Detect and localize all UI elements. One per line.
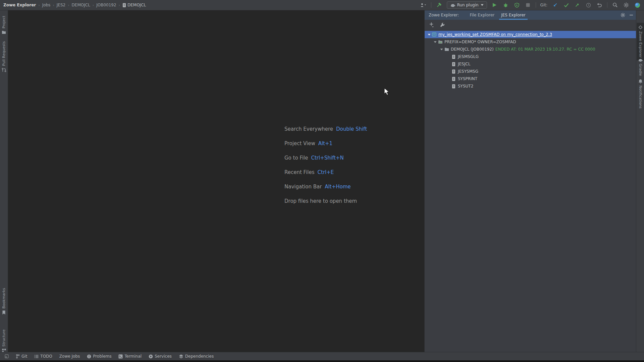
chevron-down-icon (481, 4, 484, 6)
breadcrumb-jes2[interactable]: JES2 (57, 3, 65, 7)
settings-gear-icon[interactable] (623, 2, 630, 8)
hint-label: Search Everywhere (284, 126, 333, 132)
toolbar-actions: Run plugin Git: (420, 1, 644, 9)
tree-label: my_jes_working_set ZOSMFAD on my_connect… (438, 32, 552, 37)
breadcrumb-jobs[interactable]: Jobs (42, 3, 51, 7)
run-icon[interactable] (491, 2, 498, 8)
navigation-bar: Zowe Explorer › Jobs › JES2 › DEMOJCL › … (0, 3, 146, 7)
user-dropdown-icon[interactable] (420, 2, 427, 8)
editor-shortcut-hints: Search Everywhere Double Shift Project V… (284, 122, 367, 208)
tree-label: SYSUT2 (458, 84, 473, 88)
hint-project-view: Project View Alt+1 (284, 136, 367, 150)
jes-filter-folder-icon (438, 40, 443, 44)
hide-tool-window-icon[interactable] (629, 13, 633, 17)
breadcrumb-job00192[interactable]: JOB00192 (96, 3, 116, 7)
spool-file-icon (451, 55, 456, 59)
stripe-label: Pull Requests (2, 41, 6, 66)
stripe-button-gradle[interactable]: Gradle (637, 58, 644, 76)
right-tool-stripe: Zowe Explorer Gradle Notifications (636, 10, 644, 352)
wrench-settings-icon[interactable] (440, 22, 445, 27)
toolwindow-switcher-icon[interactable] (3, 353, 10, 360)
spool-file-icon (451, 84, 456, 88)
bottombar-label: Terminal (124, 354, 142, 359)
tree-row-spool-sysprint[interactable]: SYSPRINT (425, 75, 636, 82)
rollback-icon[interactable] (596, 2, 603, 8)
git-push-icon[interactable] (574, 2, 581, 8)
hint-shortcut: Alt+1 (318, 140, 332, 146)
bottombar-label: Problems (93, 354, 111, 359)
chevron-down-icon[interactable] (439, 48, 444, 51)
tree-row-prefix-filter[interactable]: PREFIX=DEMO* OWNER=ZOSMFAD (425, 38, 636, 46)
stripe-button-structure[interactable]: Structure (0, 329, 8, 353)
tab-jes-explorer[interactable]: JES Explorer (498, 10, 529, 20)
folder-icon (444, 47, 449, 51)
git-branch-icon (16, 354, 20, 359)
breadcrumb-file[interactable]: DEMOJCL (122, 3, 146, 7)
editor-empty-area: Search Everywhere Double Shift Project V… (8, 10, 424, 352)
hint-label: Go to File (284, 155, 308, 161)
tree-row-spool-jesmsglg[interactable]: JESMSGLG (425, 53, 636, 60)
hint-label: Navigation Bar (284, 184, 322, 190)
bottombar-problems[interactable]: Problems (87, 354, 111, 359)
spool-file-icon (451, 69, 456, 74)
breadcrumb-demojcl[interactable]: DEMOJCL (72, 3, 90, 7)
stripe-button-project[interactable]: Project (0, 16, 8, 34)
bottom-tool-window-bar: Git TODO Zowe Jobs Problems Terminal Ser… (0, 352, 644, 360)
run-configuration-selector[interactable]: Run plugin (447, 1, 487, 9)
chevron-down-icon[interactable] (432, 41, 438, 43)
bottombar-git[interactable]: Git (16, 354, 27, 359)
search-icon[interactable] (612, 2, 619, 8)
breadcrumb-file-label: DEMOJCL (127, 3, 146, 7)
profile-avatar-icon[interactable] (634, 2, 641, 8)
toolbar-separator (536, 2, 536, 8)
hint-shortcut: Ctrl+E (318, 169, 334, 175)
tree-label: JESJCL (458, 62, 470, 66)
hint-label: Drop files here to open them (284, 198, 357, 204)
bottombar-terminal[interactable]: Terminal (118, 354, 142, 359)
file-icon (122, 3, 126, 7)
pull-requests-icon (2, 68, 6, 72)
gradle-icon (638, 58, 643, 62)
tree-row-job-demojcl[interactable]: DEMOJCL (JOB00192) ENDED AT: 01 MAR 2023… (425, 46, 636, 53)
stripe-button-pull-requests[interactable]: Pull Requests (0, 41, 8, 72)
bottombar-todo[interactable]: TODO (34, 354, 52, 359)
tree-label: PREFIX=DEMO* OWNER=ZOSMFAD (444, 40, 516, 44)
hint-go-to-file: Go to File Ctrl+Shift+N (284, 150, 367, 165)
run-configuration-label: Run plugin (457, 3, 479, 7)
active-tab-underline (499, 19, 528, 20)
main-toolbar: Zowe Explorer › Jobs › JES2 › DEMOJCL › … (0, 0, 644, 10)
tree-row-spool-jesjcl[interactable]: JESJCL (425, 60, 636, 68)
breadcrumb-separator: › (53, 3, 54, 7)
bottombar-zowe-jobs[interactable]: Zowe Jobs (59, 354, 80, 359)
services-icon (149, 354, 153, 359)
tree-row-working-set[interactable]: my_jes_working_set ZOSMFAD on my_connect… (425, 31, 636, 38)
tab-file-explorer[interactable]: File Explorer (466, 10, 498, 20)
add-working-set-icon[interactable] (429, 22, 434, 27)
jes-explorer-tree: my_jes_working_set ZOSMFAD on my_connect… (425, 30, 636, 90)
bottombar-dependencies[interactable]: Dependencies (179, 354, 214, 359)
debug-icon[interactable] (502, 2, 509, 8)
hint-shortcut: Ctrl+Shift+N (311, 155, 344, 161)
spool-file-icon (451, 77, 456, 81)
stripe-button-bookmarks[interactable]: Bookmarks (0, 288, 8, 315)
bottombar-label: TODO (40, 354, 52, 359)
build-hammer-icon[interactable] (436, 2, 442, 8)
bottombar-label: Git (21, 354, 27, 359)
tool-window-header: Zowe Explorer: File Explorer JES Explore… (425, 10, 636, 20)
stripe-button-zowe-explorer[interactable]: Zowe Explorer (637, 23, 644, 60)
tree-row-spool-sysut2[interactable]: SYSUT2 (425, 82, 636, 90)
job-status-text: ENDED AT: 01 MAR 2023 19.10.27. RC = CC … (495, 47, 595, 52)
hint-label: Recent Files (284, 169, 315, 175)
tree-row-spool-jesysmsg[interactable]: JESYSMSG (425, 68, 636, 75)
bottombar-services[interactable]: Services (149, 354, 172, 359)
terminal-icon (118, 354, 123, 359)
gear-icon[interactable] (621, 13, 625, 17)
zowe-plugin-icon (639, 25, 642, 29)
stripe-button-notifications[interactable]: Notifications (637, 79, 644, 109)
chevron-down-icon[interactable] (426, 34, 432, 36)
git-commit-icon[interactable] (563, 2, 570, 8)
run-with-coverage-icon[interactable] (514, 2, 520, 8)
git-update-icon[interactable] (552, 2, 558, 8)
tree-label: JESYSMSG (458, 69, 478, 74)
breadcrumb-project[interactable]: Zowe Explorer (3, 3, 36, 7)
